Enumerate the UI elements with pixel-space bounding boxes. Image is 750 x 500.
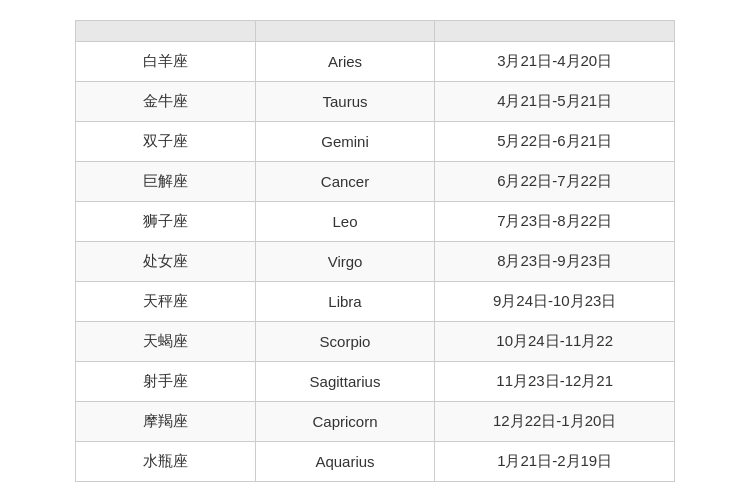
zodiac-table-container: 白羊座Aries3月21日-4月20日金牛座Taurus4月21日-5月21日双… xyxy=(75,20,675,482)
table-row: 水瓶座Aquarius1月21日-2月19日 xyxy=(76,442,675,482)
table-row: 射手座Sagittarius11月23日-12月21 xyxy=(76,362,675,402)
cell-english: Virgo xyxy=(255,242,435,282)
cell-english: Aries xyxy=(255,42,435,82)
table-body: 白羊座Aries3月21日-4月20日金牛座Taurus4月21日-5月21日双… xyxy=(76,42,675,482)
table-row: 巨解座Cancer6月22日-7月22日 xyxy=(76,162,675,202)
cell-date: 4月21日-5月21日 xyxy=(435,82,675,122)
cell-english: Leo xyxy=(255,202,435,242)
cell-english: Aquarius xyxy=(255,442,435,482)
cell-english: Scorpio xyxy=(255,322,435,362)
cell-chinese: 白羊座 xyxy=(76,42,256,82)
table-row: 天蝎座Scorpio10月24日-11月22 xyxy=(76,322,675,362)
cell-chinese: 天秤座 xyxy=(76,282,256,322)
cell-date: 8月23日-9月23日 xyxy=(435,242,675,282)
table-row: 狮子座Leo7月23日-8月22日 xyxy=(76,202,675,242)
table-row: 白羊座Aries3月21日-4月20日 xyxy=(76,42,675,82)
cell-date: 11月23日-12月21 xyxy=(435,362,675,402)
cell-chinese: 狮子座 xyxy=(76,202,256,242)
cell-english: Sagittarius xyxy=(255,362,435,402)
cell-date: 6月22日-7月22日 xyxy=(435,162,675,202)
table-row: 双子座Gemini5月22日-6月21日 xyxy=(76,122,675,162)
cell-date: 12月22日-1月20日 xyxy=(435,402,675,442)
cell-date: 7月23日-8月22日 xyxy=(435,202,675,242)
cell-english: Libra xyxy=(255,282,435,322)
header-date xyxy=(435,21,675,42)
header-chinese xyxy=(76,21,256,42)
cell-chinese: 水瓶座 xyxy=(76,442,256,482)
cell-date: 5月22日-6月21日 xyxy=(435,122,675,162)
cell-date: 1月21日-2月19日 xyxy=(435,442,675,482)
table-row: 摩羯座Capricorn12月22日-1月20日 xyxy=(76,402,675,442)
cell-date: 9月24日-10月23日 xyxy=(435,282,675,322)
cell-chinese: 双子座 xyxy=(76,122,256,162)
cell-chinese: 摩羯座 xyxy=(76,402,256,442)
cell-english: Taurus xyxy=(255,82,435,122)
cell-date: 10月24日-11月22 xyxy=(435,322,675,362)
table-row: 天秤座Libra9月24日-10月23日 xyxy=(76,282,675,322)
cell-date: 3月21日-4月20日 xyxy=(435,42,675,82)
cell-chinese: 巨解座 xyxy=(76,162,256,202)
cell-english: Gemini xyxy=(255,122,435,162)
table-row: 金牛座Taurus4月21日-5月21日 xyxy=(76,82,675,122)
cell-english: Cancer xyxy=(255,162,435,202)
table-row: 处女座Virgo8月23日-9月23日 xyxy=(76,242,675,282)
cell-chinese: 天蝎座 xyxy=(76,322,256,362)
cell-english: Capricorn xyxy=(255,402,435,442)
cell-chinese: 射手座 xyxy=(76,362,256,402)
zodiac-table: 白羊座Aries3月21日-4月20日金牛座Taurus4月21日-5月21日双… xyxy=(75,20,675,482)
cell-chinese: 处女座 xyxy=(76,242,256,282)
cell-chinese: 金牛座 xyxy=(76,82,256,122)
table-header-row xyxy=(76,21,675,42)
header-english xyxy=(255,21,435,42)
